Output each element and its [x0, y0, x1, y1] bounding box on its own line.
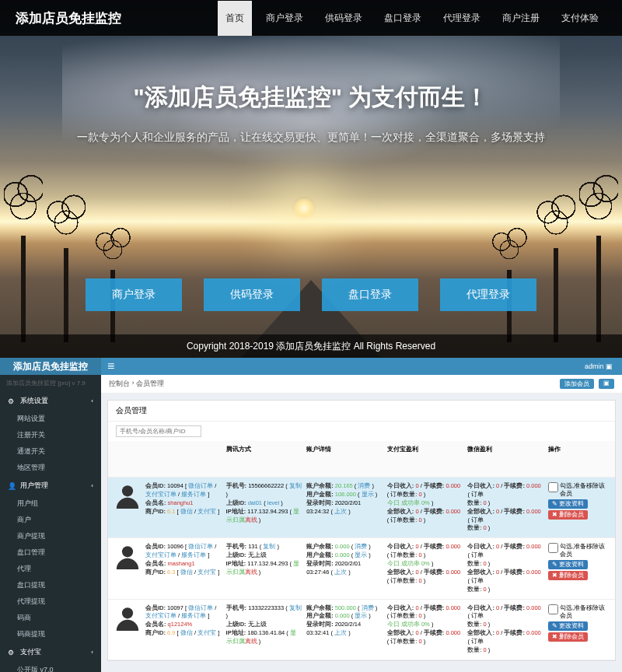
- table-row: 会员ID: 10094 [ 微信订单 / 支付宝订单 / 服务订单 ] 会员名:…: [108, 478, 615, 538]
- nav-pankou-login[interactable]: 盘口登录: [376, 1, 429, 36]
- row-select-checkbox[interactable]: [548, 482, 558, 492]
- panel-title: 会员管理: [108, 401, 615, 422]
- nav-pay-demo[interactable]: 支付体验: [554, 1, 606, 36]
- svg-point-1: [122, 547, 133, 558]
- chk-label: 勾选,准备移除该会员: [560, 482, 609, 498]
- hero-title: "添加店员免挂监控" 为支付而生！: [134, 82, 489, 114]
- chk-label: 勾选,准备移除该会员: [560, 543, 609, 558]
- col-member: 会员ID: 10097 [ 微信订单 / 支付宝订单 / 服务订单 ] 会员名:…: [145, 604, 222, 655]
- search-bar: [108, 422, 615, 441]
- btn-edit-member[interactable]: ✎ 更改资料: [548, 560, 588, 569]
- col-ops: 勾选,准备移除该会员 ✎ 更改资料 ✖ 删除会员: [548, 482, 609, 533]
- col-ali-profit: 今日收入: 0 / 手续费: 0.000 ( 订单数量: 0 ) 今日 成功率 …: [387, 482, 463, 533]
- admin-header: 添加店员免挂监控 ≡ admin ▣: [0, 358, 622, 375]
- admin-panel: 添加店员免挂监控 [pro] v 7.9 ⚙系统设置‹ 网站设置 注册开关 通道…: [0, 358, 622, 672]
- nav-home[interactable]: 首页: [218, 1, 252, 36]
- svg-point-0: [122, 485, 133, 496]
- table-row: 会员ID: 10097 [ 微信订单 / 支付宝订单 / 服务订单 ] 会员名:…: [108, 600, 615, 660]
- avatar: [114, 543, 141, 569]
- chevron-down-icon: ‹: [91, 397, 93, 404]
- btn-edit-member[interactable]: ✎ 更改资料: [548, 499, 588, 509]
- col-account: 账户余额: 500.000 ( 消费 ) 用户金额: 0.000 ( 显示 ) …: [306, 604, 383, 655]
- admin-main: 控制台 › 会员管理 添加会员▣ 会员管理 腾讯方式 账户详情 支付宝盈利 微信…: [101, 358, 622, 672]
- btn-add-member[interactable]: 添加会员: [560, 379, 594, 389]
- col-member: 会员ID: 10096 [ 微信订单 / 支付宝订单 / 服务订单 ] 会员名:…: [145, 543, 222, 593]
- btn-pankou-login[interactable]: 盘口登录: [322, 278, 418, 311]
- btn-code-login[interactable]: 供码登录: [204, 278, 300, 311]
- breadcrumb: 控制台 › 会员管理 添加会员▣: [101, 375, 622, 394]
- btn-delete-member[interactable]: ✖ 删除会员: [548, 632, 588, 642]
- menu-coder[interactable]: 码商: [0, 610, 101, 626]
- landing-section: 添加店员免挂监控 首页 商户登录 供码登录 盘口登录 代理登录 商户注册 支付体…: [0, 0, 622, 358]
- col-contact: 手机号: 15566662222 ( 复制 ) 上级ID: dai01 ( le…: [226, 482, 302, 533]
- menu-region[interactable]: 地区管理: [0, 460, 101, 476]
- nav-links: 首页 商户登录 供码登录 盘口登录 代理登录 商户注册 支付体验: [218, 1, 606, 36]
- col-member: 会员ID: 10094 [ 微信订单 / 支付宝订单 / 服务订单 ] 会员名:…: [145, 482, 222, 533]
- svg-point-2: [122, 607, 133, 618]
- col-wx-profit: 今日收入: 0 / 手续费: 0.000 ( 订单数量: 0 ) 全部收入: 0…: [467, 604, 543, 655]
- btn-delete-member[interactable]: ✖ 删除会员: [548, 510, 588, 520]
- gear-icon: ⚙: [8, 397, 16, 405]
- crumb-current: 会员管理: [136, 379, 164, 389]
- menu-coder-withdraw[interactable]: 码商提现: [0, 626, 101, 642]
- chk-label: 勾选,准备移除该会员: [560, 604, 609, 620]
- menu-merchant[interactable]: 商户: [0, 512, 101, 528]
- landing-footer: Copyright 2018-2019 添加店员免挂监控 All Rights …: [0, 334, 622, 358]
- hero: "添加店员免挂监控" 为支付而生！ 一款专为个人和企业服务的产品，让在线交易更快…: [0, 0, 622, 358]
- menu-register-switch[interactable]: 注册开关: [0, 427, 101, 443]
- col-ops: 勾选,准备移除该会员 ✎ 更改资料 ✖ 删除会员: [548, 604, 609, 655]
- nav-agent-login[interactable]: 代理登录: [435, 1, 488, 36]
- gear-icon: ⚙: [8, 649, 16, 656]
- col-ali-profit: 今日收入: 0 / 手续费: 0.000 ( 订单数量: 0 ) 今日 成功率 …: [387, 604, 463, 655]
- nav-merchant-login[interactable]: 商户登录: [258, 1, 311, 36]
- hero-buttons: 商户登录 供码登录 盘口登录 代理登录: [86, 278, 536, 311]
- btn-merchant-login[interactable]: 商户登录: [86, 278, 182, 311]
- sidebar: 添加店员免挂监控 [pro] v 7.9 ⚙系统设置‹ 网站设置 注册开关 通道…: [0, 358, 101, 672]
- top-nav: 添加店员免挂监控 首页 商户登录 供码登录 盘口登录 代理登录 商户注册 支付体…: [0, 0, 622, 36]
- nav-register[interactable]: 商户注册: [494, 1, 547, 36]
- table-row: 会员ID: 10096 [ 微信订单 / 支付宝订单 / 服务订单 ] 会员名:…: [108, 538, 615, 599]
- menu-site-settings[interactable]: 网站设置: [0, 411, 101, 427]
- member-panel: 会员管理 腾讯方式 账户详情 支付宝盈利 微信盈利 操作 会员ID: 10094…: [107, 400, 616, 661]
- btn-delete-member[interactable]: ✖ 删除会员: [548, 571, 588, 580]
- menu-pankou-withdraw[interactable]: 盘口提现: [0, 577, 101, 593]
- menu-alipay[interactable]: ⚙支付宝‹: [0, 642, 101, 662]
- col-wx-profit: 今日收入: 0 / 手续费: 0.000 ( 订单数量: 0 ) 全部收入: 0…: [467, 543, 543, 593]
- menu-merchant-withdraw[interactable]: 商户提现: [0, 528, 101, 544]
- avatar: [114, 604, 141, 631]
- admin-logo[interactable]: 添加店员免挂监控: [0, 358, 101, 375]
- row-select-checkbox[interactable]: [548, 604, 558, 614]
- btn-export[interactable]: ▣: [599, 379, 614, 389]
- nav-code-login[interactable]: 供码登录: [317, 1, 370, 36]
- col-account: 账户余额: 0.000 ( 消费 ) 用户金额: 0.000 ( 显示 ) 登录…: [306, 543, 383, 593]
- col-wx-profit: 今日收入: 0 / 手续费: 0.000 ( 订单数量: 0 ) 全部收入: 0…: [467, 482, 543, 533]
- menu-agent[interactable]: 代理: [0, 561, 101, 577]
- row-select-checkbox[interactable]: [548, 543, 558, 553]
- menu-toggle-icon[interactable]: ≡: [101, 359, 114, 373]
- menu-system[interactable]: ⚙系统设置‹: [0, 391, 101, 411]
- col-account: 账户余额: 20.165 ( 消费 ) 用户金额: 108.000 ( 显示 )…: [306, 482, 383, 533]
- hero-subtitle: 一款专为个人和企业服务的产品，让在线交易更快、更简单！一次对接，全渠道聚合，多场…: [77, 131, 545, 145]
- version-label: 添加店员免挂监控 [pro] v 7.9: [0, 375, 101, 391]
- menu-pankou-mgmt[interactable]: 盘口管理: [0, 544, 101, 561]
- chevron-down-icon: ‹: [91, 649, 93, 656]
- crumb-home[interactable]: 控制台: [109, 379, 130, 389]
- col-ops: 勾选,准备移除该会员 ✎ 更改资料 ✖ 删除会员: [548, 543, 609, 593]
- brand-title: 添加店员免挂监控: [16, 9, 121, 27]
- col-contact: 手机号: 131 ( 复制 ) 上级ID: 无上级 IP地址: 117.132.…: [226, 543, 302, 593]
- menu-channel-switch[interactable]: 通道开关: [0, 443, 101, 460]
- search-input[interactable]: [116, 425, 201, 437]
- admin-user[interactable]: admin ▣: [585, 362, 622, 370]
- chevron-down-icon: ‹: [91, 482, 93, 489]
- col-contact: 手机号: 13332223333 ( 复制 ) 上级ID: 无上级 IP地址: …: [226, 604, 302, 655]
- btn-agent-login[interactable]: 代理登录: [440, 278, 536, 311]
- user-icon: 👤: [8, 482, 16, 490]
- menu-user-group[interactable]: 用户组: [0, 495, 101, 512]
- menu-public-ver[interactable]: 公开版 v7.0: [0, 662, 101, 672]
- menu-agent-withdraw[interactable]: 代理提现: [0, 593, 101, 610]
- col-ali-profit: 今日收入: 0 / 手续费: 0.000 ( 订单数量: 0 ) 今日 成功率 …: [387, 543, 463, 593]
- avatar: [114, 482, 141, 509]
- menu-users[interactable]: 👤用户管理‹: [0, 476, 101, 495]
- btn-edit-member[interactable]: ✎ 更改资料: [548, 621, 588, 631]
- table-header: 腾讯方式 账户详情 支付宝盈利 微信盈利 操作: [108, 441, 615, 478]
